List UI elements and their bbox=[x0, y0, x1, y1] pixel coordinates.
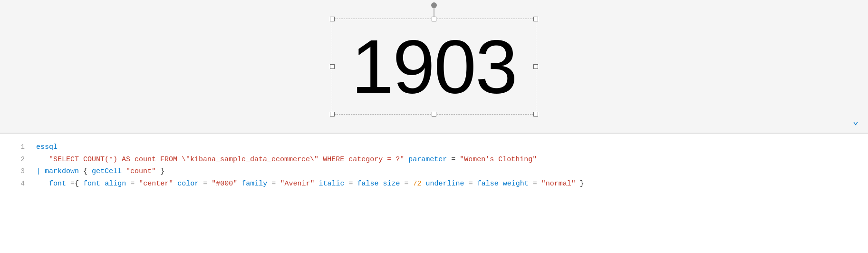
chevron-down-icon[interactable]: ⌄ bbox=[853, 115, 858, 127]
token-eq4f: = bbox=[469, 180, 473, 188]
token-count-str: "count" bbox=[126, 167, 156, 175]
token-param-attr: parameter bbox=[408, 156, 447, 164]
handle-top-right[interactable] bbox=[533, 17, 538, 21]
code-line-2: 2 "SELECT COUNT(*) AS count FROM \"kiban… bbox=[0, 154, 868, 166]
token-color-val: "#000" bbox=[212, 180, 237, 188]
token-sql-string: "SELECT COUNT(*) AS count FROM \"kibana_… bbox=[49, 156, 404, 164]
token-font-fn: font bbox=[83, 180, 100, 188]
code-line-4: 4 font ={ font align = "center" color = … bbox=[0, 178, 868, 190]
token-align-val: "center" bbox=[139, 180, 173, 188]
selection-box[interactable]: 1903 bbox=[332, 19, 536, 115]
token-eq4g: = bbox=[533, 180, 537, 188]
token-italic-val: false bbox=[357, 180, 378, 188]
token-getcell: getCell bbox=[92, 167, 122, 175]
canvas-inner: 1903 bbox=[332, 19, 536, 115]
code-editor[interactable]: 1 essql 2 "SELECT COUNT(*) AS count FROM… bbox=[0, 133, 868, 253]
token-markdown: markdown bbox=[45, 167, 79, 175]
line-number-2: 2 bbox=[11, 154, 25, 165]
token-eq4d: = bbox=[348, 180, 353, 188]
handle-bottom-left[interactable] bbox=[330, 112, 335, 117]
handle-bottom-right[interactable] bbox=[533, 112, 538, 117]
token-essql: essql bbox=[36, 143, 58, 151]
token-align-attr: align bbox=[105, 180, 126, 188]
canvas-area: 1903 ⌄ bbox=[0, 0, 868, 133]
rotation-handle[interactable] bbox=[431, 2, 437, 8]
token-underline-attr: underline bbox=[426, 180, 464, 188]
token-eq4a: = bbox=[130, 180, 135, 188]
token-size-val: 72 bbox=[413, 180, 422, 188]
token-close4: } bbox=[580, 180, 584, 188]
token-eq4b: = bbox=[203, 180, 207, 188]
token-font-attr: font bbox=[49, 180, 66, 188]
line-number-3: 3 bbox=[11, 166, 25, 177]
token-eq4e: = bbox=[405, 180, 409, 188]
token-eq4c: = bbox=[271, 180, 276, 188]
token-family-attr: family bbox=[241, 180, 267, 188]
handle-top-left[interactable] bbox=[330, 17, 335, 21]
handle-mid-right[interactable] bbox=[533, 64, 538, 69]
token-indent-4 bbox=[36, 180, 45, 188]
token-size-attr: size bbox=[383, 180, 400, 188]
token-family-val: "Avenir" bbox=[280, 180, 314, 188]
token-brace-close: } bbox=[160, 167, 164, 175]
token-underline-val: false bbox=[477, 180, 499, 188]
rotation-line bbox=[434, 8, 434, 17]
token-indent-2 bbox=[36, 156, 45, 164]
token-eq-2: = bbox=[451, 156, 455, 164]
handle-mid-left[interactable] bbox=[330, 64, 335, 69]
token-param-value: "Women's Clothing" bbox=[460, 156, 537, 164]
line-number-1: 1 bbox=[11, 142, 25, 153]
handle-bottom-mid[interactable] bbox=[432, 112, 436, 117]
token-italic-attr: italic bbox=[318, 180, 344, 188]
handle-top-mid[interactable] bbox=[432, 17, 436, 21]
code-line-3: 3 | markdown { getCell "count" } bbox=[0, 165, 868, 178]
token-weight-val: "normal" bbox=[541, 180, 576, 188]
line-number-4: 4 bbox=[11, 178, 25, 190]
token-font-eq: ={ bbox=[70, 180, 79, 188]
token-brace-open: { bbox=[83, 167, 87, 175]
token-color-attr: color bbox=[177, 180, 199, 188]
token-weight-attr: weight bbox=[503, 180, 529, 188]
metric-value: 1903 bbox=[351, 29, 517, 105]
code-line-1: 1 essql bbox=[0, 141, 868, 154]
token-pipe: | bbox=[36, 167, 45, 175]
